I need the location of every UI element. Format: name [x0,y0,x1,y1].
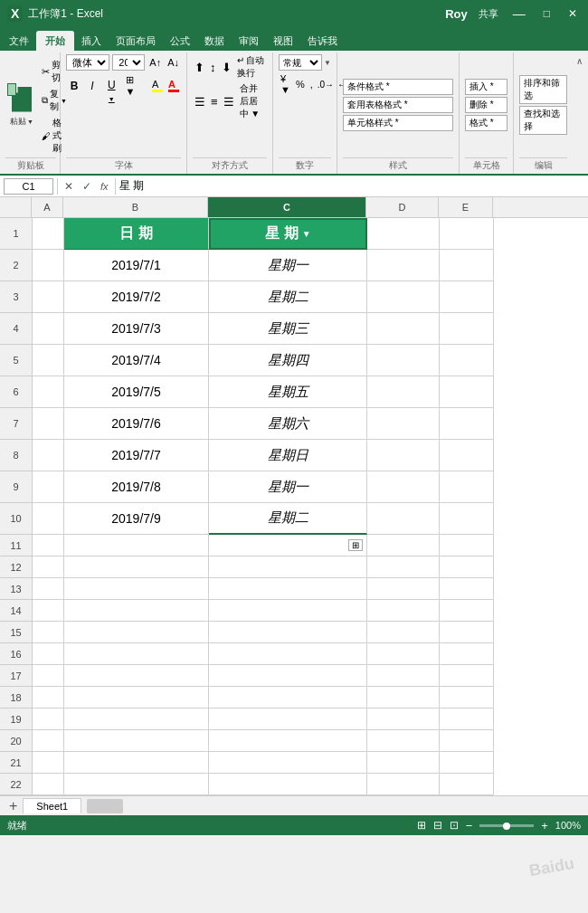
border-button[interactable]: ⊞ ▼ [123,73,148,98]
percent-icon[interactable]: % [294,79,307,90]
cell-e22[interactable] [440,774,494,795]
row-header-9[interactable]: 9 [0,471,32,503]
cell-c9[interactable]: 星期一 [209,471,367,503]
cell-b6[interactable]: 2019/7/5 [64,376,209,408]
cell-a16[interactable] [33,643,64,665]
row-header-2[interactable]: 2 [0,250,32,281]
cell-c20[interactable] [209,730,367,752]
decrease-font-icon[interactable]: A↓ [166,57,181,68]
cancel-formula-icon[interactable]: ✕ [62,180,76,193]
font-name-select[interactable]: 微体 [66,54,109,71]
cell-d15[interactable] [367,622,440,643]
cell-b17[interactable] [64,665,209,687]
cell-e21[interactable] [440,752,494,774]
cell-e4[interactable] [440,313,494,345]
cell-d14[interactable] [367,600,440,622]
align-center-icon[interactable]: ≡ [209,95,220,109]
row-header-10[interactable]: 10 [0,503,32,535]
cell-b2[interactable]: 2019/7/1 [64,250,209,281]
align-right-icon[interactable]: ☰ [222,95,236,109]
font-color-button[interactable]: A [166,79,181,92]
cell-c13[interactable] [209,578,367,600]
cell-c17[interactable] [209,665,367,687]
paste-button[interactable]: 粘贴▼ [5,81,38,129]
cell-e6[interactable] [440,376,494,408]
cell-c6[interactable]: 星期五 [209,376,367,408]
cell-c19[interactable] [209,709,367,730]
format-button[interactable]: 格式 * [465,115,507,131]
view-page-icon[interactable]: ⊡ [450,819,459,832]
cell-c22[interactable] [209,774,367,795]
cell-e16[interactable] [440,643,494,665]
cell-a7[interactable] [33,408,64,440]
row-header-22[interactable]: 22 [0,774,32,795]
cell-c11[interactable]: ⊞ [209,535,367,556]
col-header-b[interactable]: B [63,197,208,217]
horizontal-scroll[interactable] [87,799,581,813]
cell-b11[interactable] [64,535,209,556]
row-header-8[interactable]: 8 [0,440,32,471]
cell-a13[interactable] [33,578,64,600]
cell-a19[interactable] [33,709,64,730]
tab-help[interactable]: 告诉我 [300,31,345,51]
underline-button[interactable]: U ▼ [102,78,121,94]
tab-insert[interactable]: 插入 [74,31,109,51]
confirm-formula-icon[interactable]: ✓ [80,180,94,193]
delete-button[interactable]: 删除 * [465,97,507,113]
cell-e19[interactable] [440,709,494,730]
cell-d10[interactable] [367,503,440,535]
row-header-12[interactable]: 12 [0,556,32,578]
cell-b18[interactable] [64,687,209,709]
cell-b19[interactable] [64,709,209,730]
ribbon-collapse-icon[interactable]: ∧ [573,52,586,174]
cell-a9[interactable] [33,471,64,503]
cell-c14[interactable] [209,600,367,622]
share-icon[interactable]: 共享 [479,7,498,21]
name-box[interactable] [4,178,53,195]
align-top-icon[interactable]: ⬆ [193,61,206,74]
cell-e12[interactable] [440,556,494,578]
cell-c5[interactable]: 星期四 [209,345,367,376]
cell-a20[interactable] [33,730,64,752]
cell-c7[interactable]: 星期六 [209,408,367,440]
row-header-14[interactable]: 14 [0,600,32,622]
row-header-11[interactable]: 11 [0,535,32,556]
cell-d18[interactable] [367,687,440,709]
zoom-slider-track[interactable] [479,824,534,827]
cell-d19[interactable] [367,709,440,730]
font-size-select[interactable]: 20 [112,54,145,71]
cell-d20[interactable] [367,730,440,752]
cell-b12[interactable] [64,556,209,578]
cell-a4[interactable] [33,313,64,345]
cell-c2[interactable]: 星期一 [209,250,367,281]
row-header-16[interactable]: 16 [0,643,32,665]
cell-style-button[interactable]: 单元格样式 * [343,115,453,131]
minimize-button[interactable]: — [509,6,529,21]
cell-d2[interactable] [367,250,440,281]
cell-a2[interactable] [33,250,64,281]
cell-c21[interactable] [209,752,367,774]
col-header-a[interactable]: A [32,197,63,217]
cell-d4[interactable] [367,313,440,345]
cell-c16[interactable] [209,643,367,665]
sort-filter-icon[interactable]: ▼ [302,229,311,239]
cell-d6[interactable] [367,376,440,408]
cell-d22[interactable] [367,774,440,795]
cell-a18[interactable] [33,687,64,709]
thousand-icon[interactable]: , [308,79,315,90]
cell-a6[interactable] [33,376,64,408]
cell-d8[interactable] [367,440,440,471]
row-header-19[interactable]: 19 [0,709,32,730]
cell-d1[interactable] [367,218,440,250]
align-middle-icon[interactable]: ↕ [208,61,218,74]
cell-b13[interactable] [64,578,209,600]
align-bottom-icon[interactable]: ⬇ [220,61,233,74]
cell-b3[interactable]: 2019/7/2 [64,281,209,313]
zoom-out-button[interactable]: − [466,819,473,832]
cell-e9[interactable] [440,471,494,503]
cell-b1[interactable]: 日 期 [64,218,209,250]
cell-e13[interactable] [440,578,494,600]
sort-filter-button[interactable]: 排序和筛选 [519,75,567,104]
cell-c8[interactable]: 星期日 [209,440,367,471]
add-sheet-button[interactable]: + [4,798,23,814]
